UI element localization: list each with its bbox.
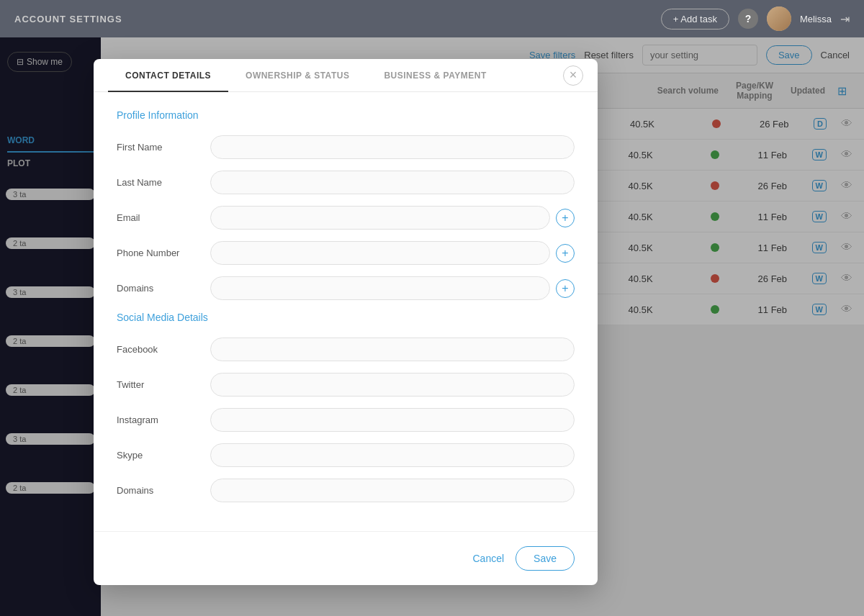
skype-label: Skype (117, 450, 210, 461)
tab-ownership-status[interactable]: OWNERSHIP & STATUS (228, 59, 366, 92)
dialog-overlay: CONTACT DETAILS OWNERSHIP & STATUS BUSIN… (0, 37, 864, 616)
social-domains-label: Domains (117, 485, 210, 496)
twitter-row: Twitter (117, 373, 575, 397)
domains-add-button[interactable]: + (556, 279, 575, 298)
avatar (767, 6, 791, 31)
last-name-label: Last Name (117, 177, 210, 188)
last-name-wrap (210, 171, 575, 194)
social-domains-input[interactable] (210, 479, 575, 502)
dialog-body: Profile Information First Name Last Name… (94, 92, 598, 531)
first-name-label: First Name (117, 142, 210, 153)
dialog-close-button[interactable]: × (563, 65, 583, 86)
first-name-input[interactable] (210, 135, 575, 159)
domains-input[interactable] (210, 276, 550, 300)
add-task-button[interactable]: + Add task (661, 9, 729, 30)
tab-business-payment[interactable]: BUSINESS & PAYMENT (366, 59, 503, 92)
phone-row: Phone Number + (117, 241, 575, 265)
first-name-wrap (210, 135, 575, 159)
contact-details-dialog: CONTACT DETAILS OWNERSHIP & STATUS BUSIN… (94, 59, 598, 585)
email-wrap: + (210, 206, 575, 230)
first-name-row: First Name (117, 135, 575, 159)
user-name: Melissa (800, 14, 832, 24)
phone-add-button[interactable]: + (556, 244, 575, 263)
page-title: ACCOUNT SETTINGS (14, 14, 122, 24)
facebook-label: Facebook (117, 344, 210, 355)
profile-section-title: Profile Information (117, 109, 575, 121)
social-section-title: Social Media Details (117, 312, 575, 323)
dialog-footer: Cancel Save (94, 531, 598, 585)
instagram-wrap (210, 408, 575, 432)
skype-wrap (210, 443, 575, 467)
tab-contact-details[interactable]: CONTACT DETAILS (108, 59, 228, 92)
twitter-label: Twitter (117, 379, 210, 390)
email-add-button[interactable]: + (556, 209, 575, 227)
help-button[interactable]: ? (738, 9, 758, 29)
email-input[interactable] (210, 206, 550, 230)
phone-wrap: + (210, 241, 575, 265)
instagram-label: Instagram (117, 415, 210, 425)
skype-row: Skype (117, 443, 575, 467)
domains-wrap: + (210, 276, 575, 300)
topbar: ACCOUNT SETTINGS + Add task ? Melissa ⇥ (0, 0, 864, 37)
facebook-row: Facebook (117, 338, 575, 361)
domains-row: Domains + (117, 276, 575, 300)
email-row: Email + (117, 206, 575, 230)
twitter-input[interactable] (210, 373, 575, 397)
avatar-image (767, 6, 791, 31)
last-name-input[interactable] (210, 171, 575, 194)
dialog-save-button[interactable]: Save (516, 546, 575, 571)
social-domains-wrap (210, 479, 575, 502)
last-name-row: Last Name (117, 171, 575, 194)
twitter-wrap (210, 373, 575, 397)
phone-label: Phone Number (117, 248, 210, 258)
instagram-input[interactable] (210, 408, 575, 432)
main-area: ⊟ Show me WORD PLOT 3 ta 2 ta 3 ta 2 ta … (0, 37, 864, 616)
domains-label: Domains (117, 283, 210, 294)
facebook-input[interactable] (210, 338, 575, 361)
facebook-wrap (210, 338, 575, 361)
topbar-right: + Add task ? Melissa ⇥ (661, 6, 850, 31)
social-domains-row: Domains (117, 479, 575, 502)
dialog-cancel-button[interactable]: Cancel (472, 553, 504, 564)
instagram-row: Instagram (117, 408, 575, 432)
email-label: Email (117, 212, 210, 223)
logout-icon[interactable]: ⇥ (840, 12, 850, 26)
dialog-tabs: CONTACT DETAILS OWNERSHIP & STATUS BUSIN… (94, 59, 598, 92)
skype-input[interactable] (210, 443, 575, 467)
phone-input[interactable] (210, 241, 550, 265)
